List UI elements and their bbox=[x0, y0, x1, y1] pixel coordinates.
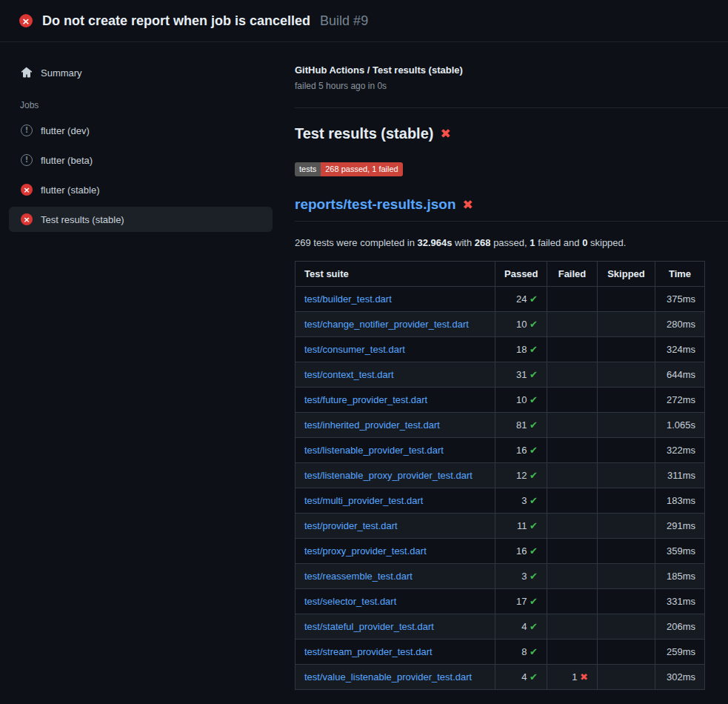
check-icon: ✔ bbox=[530, 545, 538, 557]
test-suite-link[interactable]: test/listenable_proxy_provider_test.dart bbox=[304, 470, 472, 481]
test-suite-cell: test/inherited_provider_test.dart bbox=[295, 413, 495, 438]
skipped-cell bbox=[598, 463, 655, 488]
time-cell: 1.065s bbox=[655, 413, 705, 438]
report-file-link[interactable]: reports/test-results.json bbox=[295, 196, 456, 213]
failed-cell: 1 ✖ bbox=[547, 665, 598, 690]
failed-cell bbox=[547, 539, 598, 564]
test-suite-link[interactable]: test/selector_test.dart bbox=[304, 596, 396, 607]
skipped-cell bbox=[598, 413, 655, 438]
test-suite-link[interactable]: test/inherited_provider_test.dart bbox=[304, 419, 440, 431]
divider bbox=[295, 107, 728, 108]
x-circle-icon: × bbox=[21, 184, 33, 196]
failed-cell bbox=[547, 488, 598, 514]
test-suite-link[interactable]: test/context_test.dart bbox=[304, 369, 394, 380]
test-suite-link[interactable]: test/value_listenable_provider_test.dart bbox=[304, 671, 472, 683]
check-icon: ✔ bbox=[530, 596, 538, 607]
main-content: GitHub Actions / Test results (stable) f… bbox=[281, 42, 728, 704]
test-suite-link[interactable]: test/change_notifier_provider_test.dart bbox=[304, 319, 469, 330]
skipped-cell bbox=[598, 665, 655, 690]
tests-badge-label: tests bbox=[295, 162, 321, 176]
column-header-failed: Failed bbox=[547, 262, 598, 287]
column-header-test-suite: Test suite bbox=[295, 262, 495, 287]
check-icon: ✔ bbox=[530, 520, 538, 531]
table-row: test/listenable_provider_test.dart16 ✔32… bbox=[295, 438, 705, 463]
summary-duration: 32.964s bbox=[417, 237, 452, 248]
table-row: test/stateful_provider_test.dart4 ✔206ms bbox=[295, 614, 705, 640]
test-suite-link[interactable]: test/consumer_test.dart bbox=[304, 344, 405, 355]
column-header-passed: Passed bbox=[495, 262, 547, 287]
failed-cell bbox=[547, 463, 598, 488]
passed-cell: 31 ✔ bbox=[495, 362, 547, 388]
time-cell: 183ms bbox=[655, 488, 705, 514]
passed-cell: 12 ✔ bbox=[495, 463, 547, 488]
sidebar-item-flutter-beta[interactable]: !flutter (beta) bbox=[9, 147, 273, 173]
failed-cell bbox=[547, 337, 598, 362]
skipped-cell bbox=[598, 287, 655, 312]
passed-cell: 3 ✔ bbox=[495, 564, 547, 589]
skipped-cell bbox=[598, 640, 655, 665]
sidebar-item-flutter-dev[interactable]: !flutter (dev) bbox=[9, 118, 273, 143]
time-cell: 644ms bbox=[655, 362, 705, 388]
table-row: test/builder_test.dart24 ✔375ms bbox=[295, 287, 705, 312]
skipped-cell bbox=[598, 388, 655, 413]
table-header-row: Test suite Passed Failed Skipped Time bbox=[295, 262, 705, 287]
test-suite-cell: test/stream_provider_test.dart bbox=[295, 640, 495, 665]
time-cell: 185ms bbox=[655, 564, 705, 589]
table-row: test/stream_provider_test.dart8 ✔259ms bbox=[295, 640, 705, 665]
time-cell: 375ms bbox=[655, 287, 705, 312]
passed-cell: 81 ✔ bbox=[495, 413, 547, 438]
test-suite-link[interactable]: test/stream_provider_test.dart bbox=[304, 646, 433, 657]
skipped-cell bbox=[598, 539, 655, 564]
check-icon: ✔ bbox=[530, 671, 538, 683]
sidebar-item-summary[interactable]: Summary bbox=[9, 60, 273, 85]
time-cell: 359ms bbox=[655, 539, 705, 564]
test-suite-cell: test/listenable_proxy_provider_test.dart bbox=[295, 463, 495, 488]
failed-cell bbox=[547, 614, 598, 640]
failed-cell bbox=[547, 438, 598, 463]
table-row: test/consumer_test.dart18 ✔324ms bbox=[295, 337, 705, 362]
table-row: test/change_notifier_provider_test.dart1… bbox=[295, 312, 705, 337]
test-suite-cell: test/future_provider_test.dart bbox=[295, 388, 495, 413]
failed-x-icon: ✖ bbox=[463, 199, 473, 211]
test-suite-cell: test/selector_test.dart bbox=[295, 589, 495, 614]
summary-text: skipped. bbox=[587, 237, 626, 248]
column-header-time: Time bbox=[655, 262, 705, 287]
sidebar-item-test-results-stable[interactable]: ×Test results (stable) bbox=[9, 207, 273, 232]
test-suite-cell: test/change_notifier_provider_test.dart bbox=[295, 312, 495, 337]
table-row: test/future_provider_test.dart10 ✔272ms bbox=[295, 388, 705, 413]
test-suite-link[interactable]: test/multi_provider_test.dart bbox=[304, 495, 423, 506]
test-suite-cell: test/multi_provider_test.dart bbox=[295, 488, 495, 514]
failed-cell bbox=[547, 514, 598, 539]
test-suite-link[interactable]: test/provider_test.dart bbox=[304, 520, 398, 531]
x-icon: ✖ bbox=[580, 671, 588, 683]
check-icon: ✔ bbox=[530, 394, 538, 405]
check-icon: ✔ bbox=[530, 319, 538, 330]
build-number: Build #9 bbox=[320, 13, 368, 29]
test-suite-link[interactable]: test/builder_test.dart bbox=[304, 293, 392, 305]
failed-cell bbox=[547, 564, 598, 589]
table-row: test/selector_test.dart17 ✔331ms bbox=[295, 589, 705, 614]
test-suite-link[interactable]: test/listenable_provider_test.dart bbox=[304, 445, 444, 456]
sidebar-item-flutter-stable[interactable]: ×flutter (stable) bbox=[9, 177, 273, 202]
table-row: test/multi_provider_test.dart3 ✔183ms bbox=[295, 488, 705, 514]
passed-cell: 11 ✔ bbox=[495, 514, 547, 539]
summary-passed-count: 268 bbox=[475, 237, 491, 248]
test-suite-link[interactable]: test/proxy_provider_test.dart bbox=[304, 545, 427, 557]
failed-cell bbox=[547, 589, 598, 614]
test-suite-cell: test/reassemble_test.dart bbox=[295, 564, 495, 589]
test-suite-cell: test/context_test.dart bbox=[295, 362, 495, 388]
test-suite-link[interactable]: test/reassemble_test.dart bbox=[304, 571, 413, 582]
check-icon: ✔ bbox=[530, 571, 538, 582]
sidebar-item-label: Summary bbox=[41, 67, 82, 79]
skipped-cell bbox=[598, 438, 655, 463]
passed-cell: 24 ✔ bbox=[495, 287, 547, 312]
passed-cell: 4 ✔ bbox=[495, 665, 547, 690]
summary-text: 269 tests were completed in bbox=[295, 237, 417, 248]
test-suite-link[interactable]: test/future_provider_test.dart bbox=[304, 394, 427, 405]
table-row: test/value_listenable_provider_test.dart… bbox=[295, 665, 705, 690]
table-row: test/reassemble_test.dart3 ✔185ms bbox=[295, 564, 705, 589]
skipped-cell bbox=[598, 589, 655, 614]
check-icon: ✔ bbox=[530, 419, 538, 431]
summary-text: with bbox=[452, 237, 474, 248]
test-suite-link[interactable]: test/stateful_provider_test.dart bbox=[304, 621, 434, 632]
